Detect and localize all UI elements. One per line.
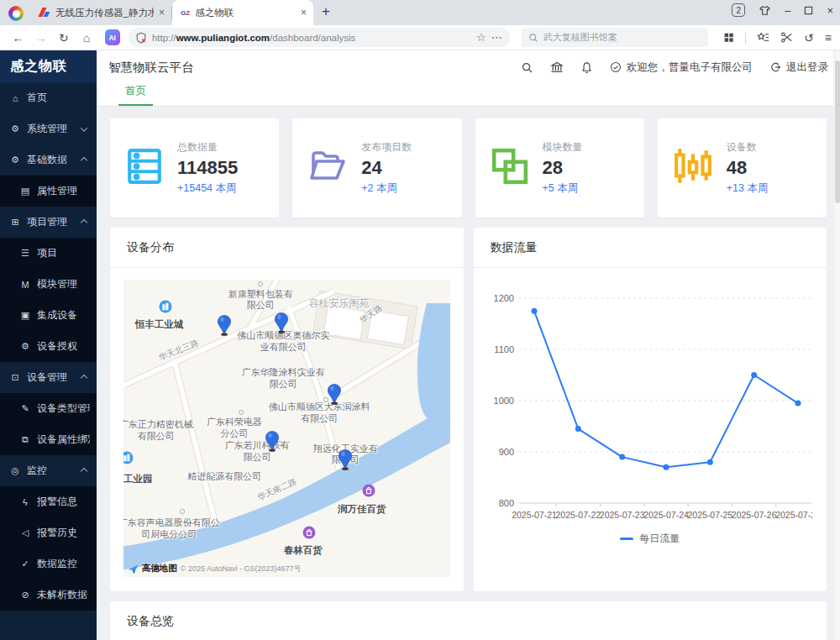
address-bar[interactable]: http://www.puliangiot.com/dashboard/anal… xyxy=(129,28,510,47)
logout-button[interactable]: 退出登录 xyxy=(769,60,828,75)
undo-close-tab-icon[interactable]: ↺ xyxy=(804,31,814,45)
platform-title: 智慧物联云平台 xyxy=(108,60,521,76)
overview-title: 设备总览 xyxy=(110,601,827,640)
chevron-up-icon xyxy=(81,374,87,380)
map-pin-4[interactable] xyxy=(339,449,353,470)
minimize-button[interactable]: – xyxy=(785,4,790,17)
sidebar-item-16[interactable]: ⊘未解析数据 xyxy=(0,580,97,611)
stat-value: 24 xyxy=(361,157,412,179)
device-icon: ⊡ xyxy=(8,372,22,383)
ai-assistant-button[interactable]: AI xyxy=(105,29,120,45)
map-pin-2[interactable] xyxy=(327,384,341,405)
new-tab-button[interactable]: + xyxy=(322,3,330,20)
map-label-8: 广东科荣电器分公司 xyxy=(204,417,265,440)
sidebar-item-2[interactable]: ⚙基础数据 xyxy=(0,144,97,176)
sidebar-item-0[interactable]: ⌂首页 xyxy=(0,82,97,113)
integrated-device-icon: ▣ xyxy=(18,310,32,321)
stat-card-3: 设备数48+13 本周 xyxy=(658,118,827,218)
gear-icon: ⚙ xyxy=(8,155,22,165)
sidebar-item-4[interactable]: ⊞项目管理 xyxy=(0,207,97,238)
forward-button[interactable]: → xyxy=(31,31,50,45)
reload-button[interactable]: ↻ xyxy=(54,31,73,45)
sidebar-item-12[interactable]: ◎监控 xyxy=(0,455,97,486)
home-button[interactable]: ⌂ xyxy=(76,31,96,45)
user-welcome[interactable]: 欢迎您，普量电子有限公司 xyxy=(610,60,753,75)
sidebar-item-10[interactable]: ✎设备类型管理 xyxy=(0,393,97,424)
app-logo: 感之物联 xyxy=(0,50,97,82)
stat-value: 28 xyxy=(543,157,583,179)
chart-legend[interactable]: 每日流量 xyxy=(486,532,816,546)
svg-text:2025-07-25: 2025-07-25 xyxy=(687,510,732,520)
map-pin-3[interactable] xyxy=(265,431,279,452)
header-bell-icon[interactable] xyxy=(580,61,593,74)
map-building-icon xyxy=(123,452,133,464)
map-label-6: 广东华隆涂料实业有限公司 xyxy=(241,367,325,391)
sidebar-item-9[interactable]: ⊡设备管理 xyxy=(0,362,97,393)
attribute-icon: ▤ xyxy=(18,186,32,197)
scrollbar-thumb[interactable] xyxy=(835,60,840,203)
tab-home[interactable]: 首页 xyxy=(118,84,153,106)
sidebar-item-5[interactable]: ☰项目 xyxy=(0,238,97,269)
monitor-icon: ◎ xyxy=(8,465,22,476)
apps-grid-icon[interactable] xyxy=(723,32,734,43)
map-label-14: 华天南二路 xyxy=(255,477,298,504)
modules-icon xyxy=(491,147,529,189)
device-overview-panel: 设备总览 xyxy=(110,601,827,640)
sidebar-item-3[interactable]: ▤属性管理 xyxy=(0,176,97,207)
close-window-button[interactable]: × xyxy=(827,4,833,17)
map-overlays: 新康塑料包装有限公司容桂安乐阁苑恒丰工业城华天北三路佛山市顺德区奥德尔实业有限公… xyxy=(123,280,450,577)
svg-text:1200: 1200 xyxy=(493,293,513,303)
screenshot-scissors-icon[interactable] xyxy=(780,31,793,44)
data-flow-panel: 数据流量 8009001000110012002025-07-212025-07… xyxy=(474,228,827,591)
device-map[interactable]: 新康塑料包装有限公司容桂安乐阁苑恒丰工业城华天北三路佛山市顺德区奥德尔实业有限公… xyxy=(123,280,450,577)
legend-line-icon xyxy=(620,538,633,540)
map-label-15: 润万佳百货 xyxy=(338,503,386,515)
map-label-2: 恒丰工业城 xyxy=(135,318,184,330)
maximize-button[interactable] xyxy=(804,6,813,15)
header-search-icon[interactable] xyxy=(521,61,533,74)
overlap-icon: ⧉ xyxy=(18,434,32,445)
toolbar-separator xyxy=(745,32,746,44)
bookmark-star-icon[interactable]: ☆ xyxy=(476,31,486,44)
amap-logo-icon xyxy=(128,564,139,574)
stat-delta: +15454 本周 xyxy=(177,181,238,196)
stat-value: 48 xyxy=(727,157,769,179)
theme-shirt-icon[interactable] xyxy=(759,4,771,17)
sidebar-item-6[interactable]: M模块管理 xyxy=(0,269,97,300)
address-more-icon[interactable]: ⋯ xyxy=(491,31,503,44)
svg-text:1100: 1100 xyxy=(494,344,514,354)
site-security-shield-icon[interactable] xyxy=(135,32,147,44)
sidebar-item-14[interactable]: ◁报警历史 xyxy=(0,517,97,548)
browser-logo-icon[interactable] xyxy=(8,6,24,21)
stat-label: 发布项目数 xyxy=(361,140,412,155)
map-pin-0[interactable] xyxy=(218,315,232,336)
sidebar-item-1[interactable]: ⚙系统管理 xyxy=(0,113,97,144)
map-poi-dot xyxy=(209,472,214,477)
browser-tab-2[interactable]: GZ 感之物联 × xyxy=(172,0,313,25)
sidebar-item-15[interactable]: ✓数据监控 xyxy=(0,548,97,580)
tab2-close-icon[interactable]: × xyxy=(301,7,307,18)
favorites-list-icon[interactable] xyxy=(757,31,769,44)
map-pin-1[interactable] xyxy=(275,312,289,333)
window-count-badge[interactable]: 2 xyxy=(732,3,745,17)
stat-label: 模块数量 xyxy=(543,140,583,155)
back-button[interactable]: ← xyxy=(8,31,28,45)
tab1-close-icon[interactable]: × xyxy=(159,7,165,18)
sidebar-item-7[interactable]: ▣集成设备 xyxy=(0,300,97,331)
page-scrollbar[interactable] xyxy=(833,50,840,640)
header-bank-icon[interactable] xyxy=(550,60,564,74)
svg-text:900: 900 xyxy=(498,447,513,457)
browser-search-box[interactable]: 武大复核图书馆案 xyxy=(522,28,708,47)
map-label-5: 华天路 xyxy=(359,303,386,327)
sidebar-item-13[interactable]: ϟ报警信息 xyxy=(0,486,97,517)
svg-text:2025-07-27: 2025-07-27 xyxy=(775,510,812,520)
device-distribution-panel: 设备分布 xyxy=(110,228,464,591)
list-icon: ☰ xyxy=(18,248,32,259)
map-label-17: 春林百货 xyxy=(284,544,323,556)
browser-tab-1[interactable]: 无线压力传感器_静力水准仪_ × xyxy=(30,0,171,25)
sidebar-item-11[interactable]: ⧉设备属性绑定 xyxy=(0,424,97,455)
sidebar-item-8[interactable]: ⚙设备授权 xyxy=(0,331,97,362)
map-poi-dot xyxy=(297,370,302,375)
sidebar-menu: ⌂首页⚙系统管理⚙基础数据▤属性管理⊞项目管理☰项目M模块管理▣集成设备⚙设备授… xyxy=(0,82,97,640)
browser-menu-icon[interactable]: ≡ xyxy=(825,31,832,45)
